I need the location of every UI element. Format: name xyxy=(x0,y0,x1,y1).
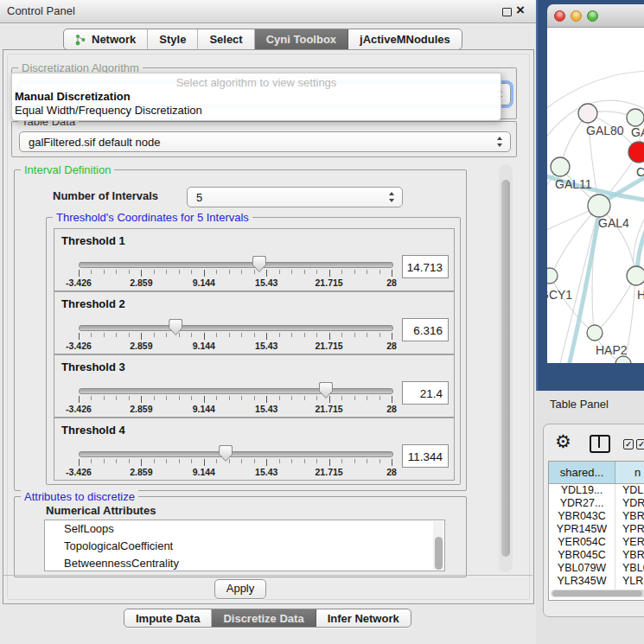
tick-mark xyxy=(304,396,305,400)
network-node-gal4[interactable] xyxy=(588,194,610,217)
table-row[interactable]: YLR345WYLR3 xyxy=(549,575,644,588)
slider-track[interactable] xyxy=(79,325,393,331)
cell-name: YBL0 xyxy=(615,562,644,575)
tab-network[interactable]: Network xyxy=(64,29,148,49)
main-scrollbar[interactable] xyxy=(499,164,513,572)
attribute-item-selfloops[interactable]: SelfLoops xyxy=(45,520,444,538)
tab-label: Impute Data xyxy=(136,612,200,625)
tick-label: 15.43 xyxy=(255,277,277,288)
network-node-h[interactable] xyxy=(627,266,644,285)
tick-mark xyxy=(354,270,355,274)
network-node-gal80[interactable] xyxy=(578,104,597,123)
tick-label: 9.144 xyxy=(193,467,215,477)
tab-cyni-toolbox[interactable]: Cyni Toolbox xyxy=(255,29,348,49)
network-node-gal11[interactable] xyxy=(551,157,570,176)
tab-impute-data[interactable]: Impute Data xyxy=(124,609,212,627)
numerical-attributes-list[interactable]: SelfLoopsTopologicalCoefficientBetweenne… xyxy=(44,520,445,571)
network-node-gcy1[interactable] xyxy=(547,268,558,284)
tick-mark xyxy=(341,396,342,400)
tick-label: 15.43 xyxy=(255,341,277,351)
slider-track[interactable] xyxy=(79,451,393,457)
network-edge[interactable] xyxy=(596,276,635,333)
network-node-hap2[interactable] xyxy=(587,325,603,341)
table-row[interactable]: YPR145WYPR1 xyxy=(549,523,644,536)
threshold-label: Threshold 1 xyxy=(61,234,125,247)
tick-mark xyxy=(141,396,142,403)
network-node-8[interactable] xyxy=(615,356,631,363)
table-row[interactable]: YDR27...YDR2 xyxy=(549,497,644,510)
column-layout-icon[interactable] xyxy=(590,435,610,453)
tab-infer-network[interactable]: Infer Network xyxy=(316,609,411,627)
node-table[interactable]: shared... n YDL19...YDL1YDR27...YDR2YBR0… xyxy=(548,461,644,601)
table-row[interactable]: YBR043CYBR0 xyxy=(549,510,644,523)
network-window-titlebar[interactable] xyxy=(547,4,644,28)
tab-jactivemnodules[interactable]: jActiveMNodules xyxy=(348,29,462,49)
gear-icon[interactable]: ⚙ xyxy=(555,432,571,450)
zoom-traffic-icon[interactable] xyxy=(587,10,598,22)
minimize-traffic-icon[interactable] xyxy=(571,10,582,22)
table-row[interactable]: YDL19...YDL1 xyxy=(549,484,644,497)
cell-name: YBR0 xyxy=(615,549,644,562)
node-label: GA xyxy=(631,125,644,139)
tick-mark xyxy=(379,270,380,274)
network-node-c[interactable] xyxy=(628,142,644,163)
table-row[interactable]: YBL079WYBL0 xyxy=(549,562,644,575)
attributes-group: Attributes to discretize Numerical Attri… xyxy=(14,496,467,577)
tick-mark xyxy=(329,333,330,340)
tab-label: Network xyxy=(92,33,136,46)
tab-style[interactable]: Style xyxy=(148,29,198,49)
slider-thumb[interactable] xyxy=(219,445,233,462)
table-data-combo[interactable]: galFiltered.sif default node xyxy=(19,131,511,152)
table-header-row: shared... n xyxy=(549,462,644,484)
checkbox-icon[interactable]: ✓ xyxy=(623,439,634,450)
tick-mark xyxy=(116,333,117,337)
tick-mark xyxy=(91,459,92,463)
network-canvas[interactable]: GAL80GACGAL11GAL4GCY1HHAP2 xyxy=(547,28,644,363)
threshold-value-field[interactable]: 11.344 xyxy=(402,444,449,468)
control-panel: Control Panel × NetworkStyleSelectCyni T… xyxy=(0,0,536,644)
tick-mark xyxy=(191,459,192,463)
table-hscrollbar[interactable] xyxy=(551,590,644,597)
attribute-item-betweennesscentrality[interactable]: BetweennessCentrality xyxy=(45,555,444,571)
tick-mark xyxy=(291,270,292,274)
tick-mark xyxy=(392,270,392,277)
column-header-name[interactable]: n xyxy=(615,462,644,483)
tick-mark xyxy=(179,270,180,274)
algorithm-option-manual-discretization[interactable]: Manual Discretization xyxy=(15,90,131,103)
slider-thumb[interactable] xyxy=(169,319,182,335)
table-row[interactable]: YER054CYER0 xyxy=(549,536,644,549)
tab-discretize-data[interactable]: Discretize Data xyxy=(212,609,316,627)
attribute-item-topologicalcoefficient[interactable]: TopologicalCoefficient xyxy=(45,538,444,555)
slider-track[interactable] xyxy=(79,262,393,268)
table-data-value: galFiltered.sif default node xyxy=(29,136,160,149)
slider-thumb[interactable] xyxy=(319,382,333,399)
close-traffic-icon[interactable] xyxy=(554,10,565,22)
tick-mark xyxy=(367,396,367,400)
tick-mark xyxy=(241,396,242,400)
table-data-group: Table Data galFiltered.sif default node xyxy=(11,121,517,157)
tick-mark xyxy=(392,396,392,403)
numerical-attributes-label: Numerical Attributes xyxy=(46,504,156,517)
slider-track[interactable] xyxy=(79,388,393,394)
threshold-value-field[interactable]: 14.713 xyxy=(402,255,449,278)
float-window-icon[interactable] xyxy=(502,8,512,16)
close-icon[interactable]: × xyxy=(516,2,525,19)
threshold-value-field[interactable]: 21.4 xyxy=(402,381,449,405)
tick-mark xyxy=(354,333,355,337)
algorithm-option-equal-width-frequency-discretization[interactable]: Equal Width/Frequency Discretization xyxy=(15,104,202,117)
list-scrollbar[interactable] xyxy=(433,521,443,570)
tick-mark xyxy=(367,270,367,274)
checkbox-icon[interactable]: ✓ xyxy=(636,439,644,450)
tick-label: -3.426 xyxy=(66,467,92,477)
table-row[interactable]: YBR045CYBR0 xyxy=(549,549,644,562)
num-intervals-combo[interactable]: 5 xyxy=(187,187,403,207)
footer-divider xyxy=(3,575,532,576)
tick-mark xyxy=(204,396,205,403)
threshold-value-field[interactable]: 6.316 xyxy=(402,318,449,341)
cell-name: YDR2 xyxy=(615,497,644,510)
table-panel-tab[interactable]: Table Panel xyxy=(536,391,644,419)
apply-button[interactable]: Apply xyxy=(214,579,266,599)
tab-select[interactable]: Select xyxy=(198,29,254,49)
column-header-shared[interactable]: shared... xyxy=(549,462,615,483)
network-node-ga[interactable] xyxy=(627,109,644,126)
